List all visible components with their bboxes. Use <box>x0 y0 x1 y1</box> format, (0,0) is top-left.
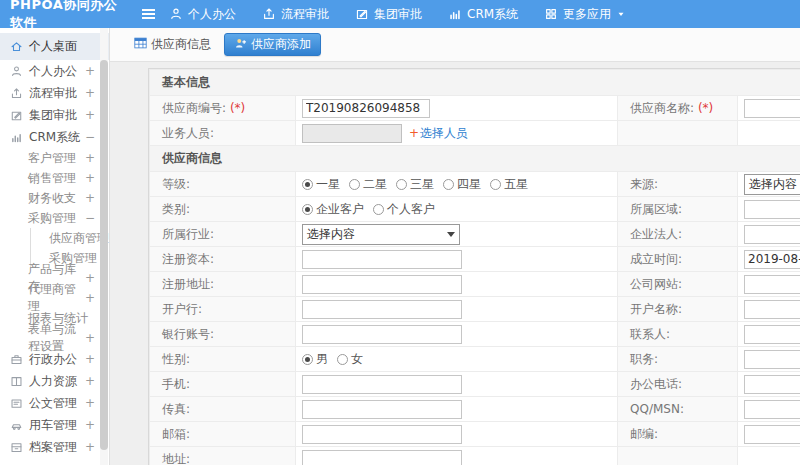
sidebar-item-label: 个人办公 <box>29 63 77 80</box>
radio-icon[interactable] <box>443 179 454 190</box>
form-row: 传真:QQ/MSN: <box>150 397 800 422</box>
topnav-item[interactable]: CRM系统 <box>448 6 518 23</box>
chart-icon <box>448 7 462 21</box>
sidebar-item[interactable]: 个人办公+ <box>0 60 109 82</box>
sidebar-scrollbar-thumb[interactable] <box>100 60 108 450</box>
tab-supplier-info[interactable]: 供应商信息 <box>134 36 211 53</box>
expand-toggle-icon[interactable]: + <box>85 86 95 100</box>
text-input[interactable] <box>302 300 462 319</box>
expand-toggle-icon[interactable]: + <box>85 352 95 366</box>
field-label: 地址: <box>162 452 190 465</box>
radio-icon[interactable] <box>396 179 407 190</box>
topnav-item[interactable]: 更多应用 <box>544 6 626 23</box>
expand-toggle-icon[interactable]: + <box>85 271 95 285</box>
radio-option[interactable]: 男 <box>302 351 328 368</box>
field-label: 联系人: <box>630 327 670 341</box>
field-label: 企业法人: <box>630 227 682 241</box>
radio-option[interactable]: 女 <box>337 351 363 368</box>
radio-option[interactable]: 企业客户 <box>302 201 364 218</box>
sidebar-item[interactable]: 客户管理+ <box>0 148 109 168</box>
radio-icon[interactable] <box>490 179 501 190</box>
text-input[interactable] <box>744 400 800 419</box>
radio-option[interactable]: 五星 <box>490 176 528 193</box>
radio-icon[interactable] <box>337 354 348 365</box>
field-label: 所属行业: <box>162 227 214 241</box>
sidebar-item[interactable]: 行政办公+ <box>0 348 109 370</box>
select-input[interactable]: 选择内容 <box>302 224 460 245</box>
sidebar-item[interactable]: 流程审批+ <box>0 82 109 104</box>
text-input[interactable] <box>744 225 800 244</box>
topnav-item[interactable]: 集团审批 <box>355 6 422 23</box>
sidebar-item[interactable]: 集团审批+ <box>0 104 109 126</box>
text-input[interactable] <box>302 425 462 444</box>
radio-option[interactable]: 三星 <box>396 176 434 193</box>
text-input[interactable] <box>744 99 800 118</box>
sidebar-item-label: 集团审批 <box>29 107 77 124</box>
sidebar-item[interactable]: 公文管理+ <box>0 392 109 414</box>
radio-icon[interactable] <box>302 354 313 365</box>
expand-toggle-icon[interactable]: + <box>85 171 95 185</box>
expand-toggle-icon[interactable]: + <box>85 151 95 165</box>
text-input[interactable] <box>744 250 800 269</box>
text-input[interactable] <box>744 275 800 294</box>
sidebar-item[interactable]: 财务收支+ <box>0 188 109 208</box>
expand-toggle-icon[interactable]: + <box>85 374 95 388</box>
text-input[interactable] <box>302 375 462 394</box>
text-input[interactable] <box>744 375 800 394</box>
expand-toggle-icon[interactable]: + <box>85 64 95 78</box>
radio-icon[interactable] <box>302 179 313 190</box>
sidebar-item[interactable]: 档案管理+ <box>0 436 109 458</box>
radio-icon[interactable] <box>302 204 313 215</box>
text-input[interactable] <box>744 325 800 344</box>
form-row: 所属行业:选择内容企业法人: <box>150 222 800 247</box>
select-input[interactable]: 选择内容 <box>744 174 800 195</box>
tab-supplier-add[interactable]: 供应商添加 <box>224 33 321 56</box>
text-input[interactable] <box>302 325 462 344</box>
radio-option[interactable]: 四星 <box>443 176 481 193</box>
sidebar-item[interactable]: CRM系统− <box>0 126 109 148</box>
radio-option[interactable]: 二星 <box>349 176 387 193</box>
sidebar-item-label: 客户管理 <box>28 150 76 167</box>
briefcase-icon <box>10 353 23 366</box>
sidebar-item[interactable]: 用车管理+ <box>0 414 109 436</box>
text-input[interactable] <box>302 99 430 118</box>
topnav-item[interactable]: 个人办公 <box>169 6 236 23</box>
expand-toggle-icon[interactable]: + <box>85 291 95 305</box>
expand-toggle-icon[interactable]: + <box>85 108 95 122</box>
expand-toggle-icon[interactable]: + <box>85 191 95 205</box>
choose-person-link[interactable]: 选择人员 <box>420 126 468 140</box>
sidebar-item[interactable]: 代理商管理+ <box>0 288 109 308</box>
user-icon <box>169 7 183 21</box>
text-input[interactable] <box>302 450 462 465</box>
expand-toggle-icon[interactable]: + <box>85 440 95 454</box>
text-input[interactable] <box>744 200 800 219</box>
text-input[interactable] <box>744 425 800 444</box>
field-label: 所属区域: <box>630 202 682 216</box>
text-input[interactable] <box>302 124 402 143</box>
sidebar-item[interactable]: 人力资源+ <box>0 370 109 392</box>
field-label: 业务人员: <box>162 126 214 140</box>
expand-toggle-icon[interactable]: + <box>85 331 95 345</box>
text-input[interactable] <box>302 275 462 294</box>
text-input[interactable] <box>302 250 462 269</box>
radio-icon[interactable] <box>349 179 360 190</box>
text-input[interactable] <box>302 400 462 419</box>
sidebar-item[interactable]: 销售管理+ <box>0 168 109 188</box>
expand-toggle-icon[interactable]: − <box>85 211 95 225</box>
expand-toggle-icon[interactable]: + <box>85 418 95 432</box>
field-label: 开户行: <box>162 302 202 316</box>
text-input[interactable] <box>744 350 800 369</box>
sidebar-item[interactable]: 供应商管理 <box>31 228 109 248</box>
radio-option[interactable]: 一星 <box>302 176 340 193</box>
radio-option[interactable]: 个人客户 <box>373 201 435 218</box>
sidebar-item[interactable]: 采购管理− <box>0 208 109 228</box>
expand-toggle-icon[interactable]: − <box>85 130 95 144</box>
radio-icon[interactable] <box>373 204 384 215</box>
expand-toggle-icon[interactable]: + <box>85 396 95 410</box>
text-input[interactable] <box>744 300 800 319</box>
sidebar-item[interactable]: 表单与流程设置+ <box>0 328 109 348</box>
topnav-item[interactable]: 流程审批 <box>262 6 329 23</box>
sidebar-item[interactable]: 个人桌面 <box>0 33 109 60</box>
field-label: 供应商名称: <box>630 101 694 115</box>
menu-toggle-icon[interactable] <box>142 9 155 19</box>
